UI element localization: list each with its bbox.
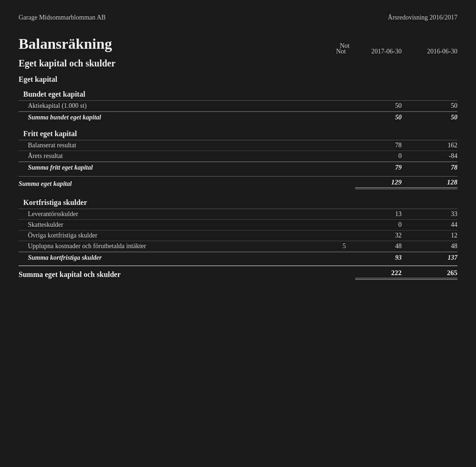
- header-row: Garage Midsommarblomman AB Årsredovisnin…: [19, 14, 457, 21]
- bound-equity-header: Bundet eget kapital: [19, 90, 457, 99]
- sum-val1: 93: [355, 254, 411, 262]
- free-equity-rows: Balanserat resultat 78 162 Årets resulta…: [19, 140, 457, 162]
- total-final-label: Summa eget kapital och skulder: [19, 270, 318, 279]
- sum-val1: 50: [355, 114, 411, 121]
- row-label: Övriga kortfristiga skulder: [19, 232, 318, 239]
- main-section-header: Eget kapital och skulder: [19, 58, 457, 69]
- total-equity-row: Summa eget kapital 129 128: [19, 176, 457, 191]
- total-equity-val2: 128: [411, 178, 457, 189]
- table-row: Årets resultat 0 -84: [19, 151, 457, 162]
- total-final-val1: 222: [355, 269, 411, 280]
- row-label: Leverantörsskulder: [19, 210, 318, 218]
- row-val2: 50: [411, 102, 457, 110]
- row-label: Aktiekapital (1.000 st): [19, 102, 318, 110]
- total-final-row: Summa eget kapital och skulder 222 265: [19, 265, 457, 283]
- free-equity-header: Fritt eget kapital: [19, 130, 457, 138]
- row-val2: 48: [411, 243, 457, 250]
- table-row: Balanserat resultat 78 162: [19, 140, 457, 151]
- row-label: Upplupna kostnader och förutbetalda intä…: [19, 243, 318, 250]
- row-val1: 0: [355, 221, 411, 229]
- row-val1: 32: [355, 232, 411, 239]
- table-row: Skatteskulder 0 44: [19, 220, 457, 230]
- total-equity-label: Summa eget kapital: [19, 180, 318, 188]
- row-label: Årets resultat: [19, 152, 318, 160]
- row-val1: 48: [355, 243, 411, 250]
- sum-label: Summa fritt eget kapital: [19, 164, 318, 171]
- row-val2: 162: [411, 142, 457, 149]
- page-title: Balansräkning: [19, 35, 112, 53]
- short-liabilities-header: Kortfristiga skulder: [19, 198, 457, 207]
- row-val2: 44: [411, 221, 457, 229]
- equity-section-header: Eget kapital: [19, 75, 457, 84]
- table-row: Leverantörsskulder 13 33: [19, 209, 457, 220]
- row-val2: -84: [411, 152, 457, 160]
- company-name: Garage Midsommarblomman AB: [19, 14, 106, 21]
- report-title: Årsredovisning 2016/2017: [388, 14, 457, 21]
- row-val1: 13: [355, 210, 411, 218]
- columns-header: Not 2017-06-30 2016-06-30: [318, 48, 457, 55]
- total-final-val2: 265: [411, 269, 457, 280]
- row-label: Skatteskulder: [19, 221, 318, 229]
- sum-val1: 79: [355, 164, 411, 171]
- table-row: Aktiekapital (1.000 st) 50 50: [19, 100, 457, 112]
- table-row: Upplupna kostnader och förutbetalda intä…: [19, 241, 457, 252]
- table-row: Övriga kortfristiga skulder 32 12: [19, 230, 457, 241]
- not-col-header: Not: [318, 48, 355, 55]
- date2-col-header: 2016-06-30: [411, 48, 457, 55]
- sum-free-equity-row: Summa fritt eget kapital 79 78: [19, 162, 457, 173]
- row-val1: 78: [355, 142, 411, 149]
- sum-val2: 137: [411, 254, 457, 262]
- total-equity-val1: 129: [355, 178, 411, 189]
- sum-val2: 50: [411, 114, 457, 121]
- date1-col-header: 2017-06-30: [355, 48, 411, 55]
- not-label-inline: Not: [340, 42, 350, 50]
- row-label: Balanserat resultat: [19, 142, 318, 149]
- sum-label: Summa kortfristiga skulder: [19, 254, 318, 262]
- sum-bound-equity-row: Summa bundet eget kapital 50 50: [19, 112, 457, 123]
- sum-label: Summa bundet eget kapital: [19, 114, 318, 121]
- row-val2: 33: [411, 210, 457, 218]
- sum-val2: 78: [411, 164, 457, 171]
- short-liabilities-rows: Leverantörsskulder 13 33 Skatteskulder 0…: [19, 209, 457, 252]
- row-val1: 0: [355, 152, 411, 160]
- row-val2: 12: [411, 232, 457, 239]
- row-val1: 50: [355, 102, 411, 110]
- bound-equity-rows: Aktiekapital (1.000 st) 50 50: [19, 100, 457, 112]
- row-not: 5: [318, 243, 355, 250]
- sum-short-liabilities-row: Summa kortfristiga skulder 93 137: [19, 252, 457, 263]
